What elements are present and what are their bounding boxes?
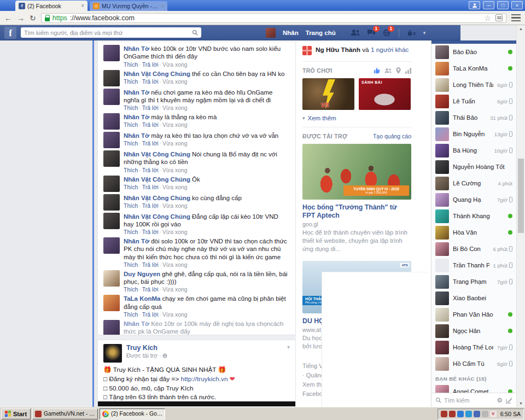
taskbar-window-chrome[interactable]: (2) Facebook - Googl... <box>100 409 165 419</box>
profile-name-link[interactable]: Nhân <box>283 30 299 36</box>
reload-icon[interactable]: ↻ <box>30 14 36 22</box>
like-icon[interactable] <box>374 67 380 74</box>
comment-author-link[interactable]: Nhân Tờ <box>124 114 149 120</box>
scroll-up-icon[interactable]: ▲ <box>517 27 525 31</box>
avatar[interactable] <box>103 132 120 148</box>
create-ad-link[interactable]: Tạo quảng cáo <box>373 133 411 139</box>
search-input[interactable] <box>24 30 192 36</box>
friend-requests-icon[interactable] <box>351 29 360 36</box>
map-pin-icon[interactable] <box>396 67 401 74</box>
like-link[interactable]: Thích <box>124 78 138 85</box>
like-link[interactable]: Thích <box>124 140 138 147</box>
chat-friend-row[interactable]: Trần Thanh Ph... 1 phút <box>431 257 516 273</box>
home-link[interactable]: Trang chủ <box>306 30 336 36</box>
chat-settings-gear-icon[interactable]: ⚙ <box>497 397 503 404</box>
chat-friend-row[interactable]: Long Thiên Tăng 6giờ <box>431 77 516 93</box>
reply-link[interactable]: Trả lời <box>142 184 159 190</box>
chat-friend-row[interactable]: Lê Tuấn 6giờ <box>431 93 516 109</box>
avatar[interactable] <box>103 295 120 311</box>
chat-friend-row[interactable]: Bin Nguyễn 13giờ <box>431 126 516 142</box>
ad-title-link[interactable]: Học bổng "Trưởng Thành" từ FPT Aptech <box>302 203 411 220</box>
chrome-menu-icon[interactable] <box>511 14 521 22</box>
chat-friend-row[interactable]: Xiao Baobei <box>431 290 516 306</box>
truykich-link[interactable]: http://truykich.vn <box>181 375 228 383</box>
reply-link[interactable]: Trả lời <box>142 140 159 147</box>
chat-friend-row[interactable]: Quang Hạ 7giờ <box>431 191 516 208</box>
like-link[interactable]: Thích <box>124 104 138 111</box>
comment-author-link[interactable]: Nhân Tờ <box>124 132 149 139</box>
people-icon[interactable] <box>384 68 392 73</box>
avatar[interactable] <box>103 213 120 229</box>
taskbar-window-gamethu[interactable]: GamethuVN.net - MU Onl... <box>32 409 98 419</box>
avatar[interactable] <box>103 237 120 254</box>
reply-link[interactable]: Trả lời <box>142 286 159 293</box>
ad-image-fpt[interactable]: TUYỂN SINH QUÝ IV - 2015 trị giá 7.000.0… <box>302 144 411 200</box>
translate-icon[interactable] <box>495 14 503 21</box>
comment-author-link[interactable]: Nhân Vật Công Chúng <box>124 195 190 201</box>
bookmark-star-icon[interactable]: ☆ <box>484 14 491 22</box>
avatar[interactable] <box>103 194 120 211</box>
start-button[interactable]: Start <box>1 409 31 419</box>
avatar[interactable] <box>103 270 120 287</box>
facebook-logo-icon[interactable]: f <box>4 27 16 39</box>
comment-author-link[interactable]: Nhân Vật Công Chúng <box>124 213 190 220</box>
like-link[interactable]: Thích <box>124 121 138 128</box>
forward-icon[interactable]: → <box>17 14 25 22</box>
chat-search-input[interactable] <box>444 397 494 404</box>
comment-author-link[interactable]: Duy Nguyen <box>124 271 160 277</box>
page-name-link[interactable]: Truy Kích <box>126 344 167 352</box>
scroll-down-icon[interactable]: ▼ <box>517 401 525 405</box>
scrollbar-thumb[interactable] <box>518 159 524 233</box>
new-message-icon[interactable] <box>506 397 512 404</box>
reply-link[interactable]: Trả lời <box>142 78 159 85</box>
tab-close-icon[interactable]: × <box>81 3 84 9</box>
page-avatar[interactable] <box>103 344 122 363</box>
chat-friend-row[interactable]: Nguyễn Hoàng Tốt <box>431 159 516 175</box>
avatar[interactable] <box>103 113 120 130</box>
chat-friend-row[interactable]: Hồ Cẩm Tú 6giờ <box>431 355 516 372</box>
page-scrollbar[interactable]: ▲ ▼ <box>516 25 525 407</box>
like-link[interactable]: Thích <box>124 261 138 268</box>
reply-link[interactable]: Trả lời <box>142 61 159 68</box>
comment-author-link[interactable]: Nhân Tờ <box>124 238 149 244</box>
back-icon[interactable]: ← <box>4 14 12 22</box>
reply-link[interactable]: Trả lời <box>142 311 159 318</box>
actor-name[interactable]: Ng Hữu Thành <box>316 46 360 54</box>
tray-icon[interactable] <box>441 411 447 417</box>
tray-icon[interactable] <box>449 411 456 417</box>
address-bar[interactable]: https ://www.facebook.com ☆ <box>41 13 506 23</box>
like-link[interactable]: Thích <box>124 311 138 318</box>
like-link[interactable]: Thích <box>124 184 138 190</box>
reply-link[interactable]: Trả lời <box>142 121 159 128</box>
profile-icon[interactable] <box>469 1 480 9</box>
comment-author-link[interactable]: Nhân Tờ <box>124 45 149 52</box>
tray-icon[interactable] <box>457 411 464 417</box>
avatar[interactable] <box>103 45 120 61</box>
comment-author-link[interactable]: Nhân Vật Công Chúng <box>124 176 190 183</box>
reply-link[interactable]: Trả lời <box>142 261 159 268</box>
avatar[interactable] <box>103 320 120 335</box>
chat-friend-row[interactable]: Lê Cường 4 phút <box>431 175 516 191</box>
reply-link[interactable]: Trả lời <box>142 167 159 173</box>
chat-friend-row[interactable]: Bi Bò Con 6 phút <box>431 241 516 257</box>
minimize-button[interactable]: ─ <box>483 1 494 9</box>
see-more-link[interactable]: Xem thêm <box>308 115 336 121</box>
close-button[interactable]: × <box>511 1 523 9</box>
chat-friend-row[interactable]: Trang Phạm 7giờ <box>431 273 516 290</box>
chat-friend-row[interactable]: Thái Bảo 31 phút <box>431 109 516 126</box>
account-menu-caret-icon[interactable]: ▾ <box>423 30 426 36</box>
avatar[interactable] <box>103 176 120 192</box>
post-menu-caret-icon[interactable]: ▾ <box>287 344 290 350</box>
tab-facebook[interactable]: f (2) Facebook × <box>15 1 88 11</box>
like-link[interactable]: Thích <box>124 61 138 68</box>
comment-author-link[interactable]: TaLa KonMa <box>124 295 161 302</box>
chat-friend-row[interactable]: Ngọc Hân <box>431 323 516 339</box>
notifications-globe-icon[interactable]: 1 <box>383 29 390 37</box>
like-link[interactable]: Thích <box>124 167 138 173</box>
tray-icon[interactable] <box>474 411 480 417</box>
like-link[interactable]: Thích <box>124 202 138 209</box>
chat-friend-row[interactable]: Phan Văn Hảo <box>431 306 516 323</box>
avatar[interactable] <box>103 89 120 105</box>
chat-friend-row[interactable]: Hoàng Thế Long 7giờ <box>431 339 516 355</box>
avatar[interactable] <box>103 150 120 167</box>
